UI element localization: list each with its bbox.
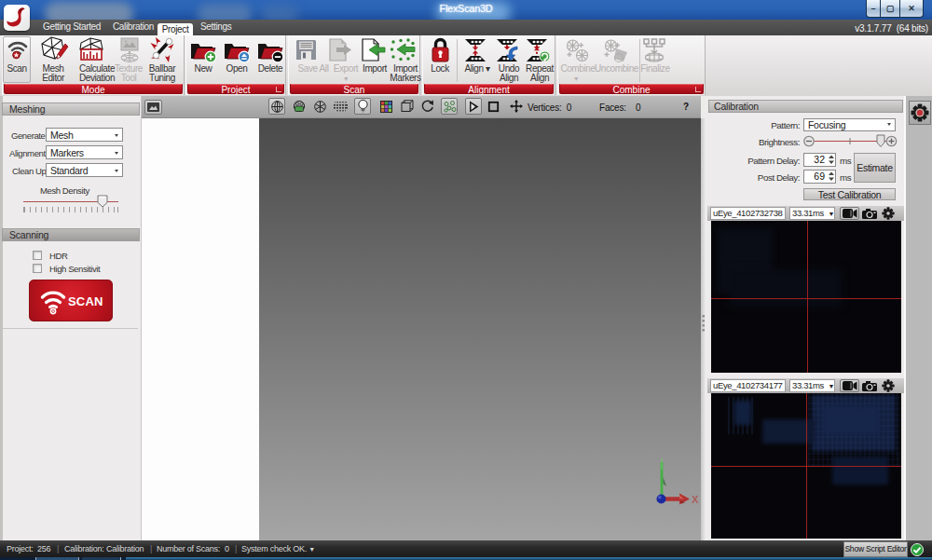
svg-text:X: X [692, 494, 699, 505]
